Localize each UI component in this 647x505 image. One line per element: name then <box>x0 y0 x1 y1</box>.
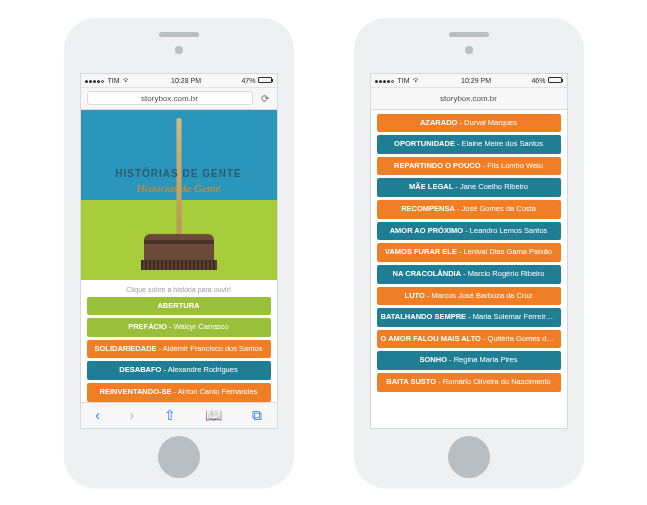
story-item[interactable]: AMOR AO PRÓXIMO - Leandro Lemos Santos <box>377 222 561 241</box>
story-item[interactable]: REINVENTANDO-SE - Airton Canto Fernandes <box>87 383 271 402</box>
story-item[interactable]: SOLIDARIEDADE - Aldemir Francisco dos Sa… <box>87 340 271 359</box>
signal-icon <box>375 77 395 84</box>
story-item[interactable]: AZARADO - Durval Marques <box>377 114 561 133</box>
url-field[interactable]: storybox.com.br <box>87 91 253 105</box>
share-icon[interactable]: ⇧ <box>164 407 176 423</box>
home-button[interactable] <box>158 436 200 478</box>
hero-illustration: HISTÓRIAS DE GENTE Histórias da Gente <box>81 110 277 280</box>
status-bar: TIM ᯤ 10:29 PM 46% <box>371 74 567 88</box>
story-item[interactable]: MÃE LEGAL - Jane Coelho Ribeiro <box>377 178 561 197</box>
screen-right: TIM ᯤ 10:29 PM 46% storybox.com.br AZARA… <box>370 73 568 429</box>
instruction-text: Clique sobre a história para ouvir! <box>81 280 277 297</box>
hero-title-2: Histórias da Gente <box>81 182 277 194</box>
story-item[interactable]: PREFÁCIO - Walcyr Carrasco <box>87 318 271 337</box>
wifi-icon: ᯤ <box>413 76 421 85</box>
story-list: AZARADO - Durval MarquesOPORTUNIDADE - E… <box>371 110 567 396</box>
browser-urlbar: storybox.com.br ⟳ <box>81 88 277 110</box>
story-list: ABERTURAPREFÁCIO - Walcyr CarrascoSOLIDA… <box>81 297 277 402</box>
hero-title-1: HISTÓRIAS DE GENTE <box>81 168 277 179</box>
story-item[interactable]: RECOMPENSA - José Gomes da Costa <box>377 200 561 219</box>
story-item[interactable]: DESABAFO - Alexandre Rodrigues <box>87 361 271 380</box>
url-text: storybox.com.br <box>440 94 497 103</box>
story-item[interactable]: NA CRACOLÂNDIA - Marcio Rogério Ribeiro <box>377 265 561 284</box>
bookmarks-icon[interactable]: 📖 <box>205 407 222 423</box>
screen-left: TIM ᯤ 10:28 PM 47% storybox.com.br ⟳ HIS… <box>80 73 278 429</box>
browser-urlbar[interactable]: storybox.com.br <box>371 88 567 110</box>
story-item[interactable]: REPARTINDO O POUCO - Fils Lombo Welo <box>377 157 561 176</box>
battery-pct-label: 46% <box>531 77 545 84</box>
url-text: storybox.com.br <box>141 94 198 103</box>
clock-label: 10:29 PM <box>461 77 491 84</box>
wifi-icon: ᯤ <box>123 76 131 85</box>
clock-label: 10:28 PM <box>171 77 201 84</box>
forward-icon[interactable]: › <box>129 407 134 423</box>
story-item[interactable]: BAITA SUSTO - Romário Oliveira do Nascim… <box>377 373 561 392</box>
phone-camera <box>175 46 183 54</box>
story-item[interactable]: VAMOS FURAR ELE - Lenival Dias Gama Paix… <box>377 243 561 262</box>
battery-icon <box>258 77 272 83</box>
tabs-icon[interactable]: ⧉ <box>252 407 262 424</box>
reload-icon[interactable]: ⟳ <box>259 93 271 104</box>
story-item[interactable]: OPORTUNIDADE - Elaine Meire dos Santos <box>377 135 561 154</box>
story-item[interactable]: SONHO - Regina Maria Pires <box>377 351 561 370</box>
battery-pct-label: 47% <box>241 77 255 84</box>
page-content: AZARADO - Durval MarquesOPORTUNIDADE - E… <box>371 110 567 428</box>
story-item[interactable]: O AMOR FALOU MAIS ALTO - Quitéria Gomes … <box>377 330 561 349</box>
carrier-label: TIM <box>398 77 410 84</box>
phone-camera <box>465 46 473 54</box>
carrier-label: TIM <box>108 77 120 84</box>
story-item[interactable]: LUTO - Marcos José Barboza da Cruz <box>377 287 561 306</box>
home-button[interactable] <box>448 436 490 478</box>
story-item[interactable]: BATALHANDO SEMPRE - Maria Solemar Ferrei… <box>377 308 561 327</box>
page-content: HISTÓRIAS DE GENTE Histórias da Gente Cl… <box>81 110 277 402</box>
safari-tabbar: ‹ › ⇧ 📖 ⧉ <box>81 402 277 428</box>
back-icon[interactable]: ‹ <box>95 407 100 423</box>
story-item[interactable]: ABERTURA <box>87 297 271 316</box>
phone-left: TIM ᯤ 10:28 PM 47% storybox.com.br ⟳ HIS… <box>64 18 294 488</box>
phone-speaker <box>159 32 199 37</box>
phone-right: TIM ᯤ 10:29 PM 46% storybox.com.br AZARA… <box>354 18 584 488</box>
phone-speaker <box>449 32 489 37</box>
signal-icon <box>85 77 105 84</box>
status-bar: TIM ᯤ 10:28 PM 47% <box>81 74 277 88</box>
battery-icon <box>548 77 562 83</box>
